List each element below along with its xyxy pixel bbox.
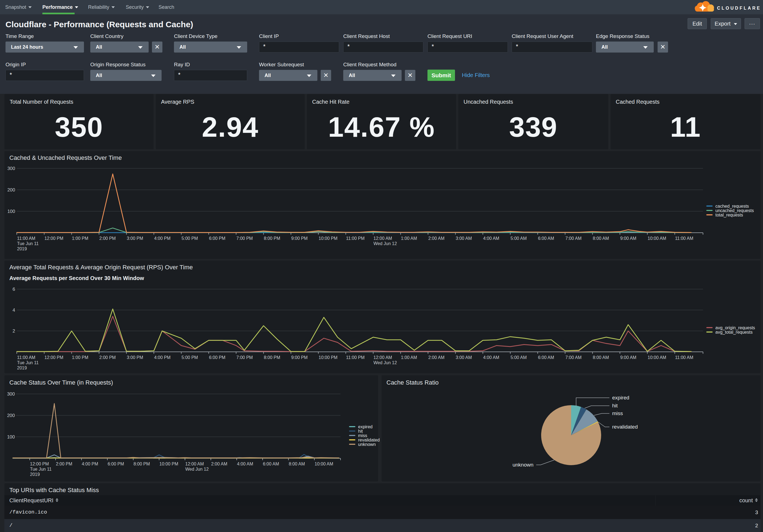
svg-text:4: 4 — [13, 308, 15, 313]
svg-text:Wed Jun 12: Wed Jun 12 — [185, 467, 209, 472]
svg-text:8:00 AM: 8:00 AM — [289, 462, 305, 466]
svg-text:8:00 PM: 8:00 PM — [264, 236, 280, 241]
svg-text:6:00 PM: 6:00 PM — [209, 236, 225, 241]
svg-text:9:00 PM: 9:00 PM — [291, 236, 308, 241]
svg-text:4:00 PM: 4:00 PM — [82, 462, 98, 466]
svg-text:11:00 PM: 11:00 PM — [346, 355, 365, 360]
svg-text:12:00 PM: 12:00 PM — [45, 355, 63, 360]
svg-text:Tue Jun 11: Tue Jun 11 — [30, 467, 52, 472]
svg-text:12:00 AM: 12:00 AM — [374, 236, 392, 241]
svg-text:2: 2 — [13, 328, 15, 334]
svg-text:5:00 PM: 5:00 PM — [182, 236, 198, 241]
svg-text:2:00 PM: 2:00 PM — [99, 355, 116, 360]
svg-text:4:00 AM: 4:00 AM — [483, 355, 499, 360]
svg-text:5:00 PM: 5:00 PM — [182, 355, 198, 360]
svg-text:2019: 2019 — [30, 472, 40, 477]
svg-text:3:00 AM: 3:00 AM — [456, 236, 472, 241]
svg-text:11:00 AM: 11:00 AM — [17, 355, 35, 360]
svg-text:expired: expired — [612, 395, 629, 400]
svg-text:11:00 PM: 11:00 PM — [346, 236, 365, 241]
svg-text:7:00 PM: 7:00 PM — [236, 355, 253, 360]
svg-text:Tue Jun 11: Tue Jun 11 — [17, 360, 39, 365]
svg-text:200: 200 — [7, 187, 15, 193]
svg-text:6:00 PM: 6:00 PM — [108, 462, 124, 466]
svg-text:2:00 AM: 2:00 AM — [428, 355, 445, 360]
svg-text:11:00 AM: 11:00 AM — [675, 355, 693, 360]
svg-text:8:00 AM: 8:00 AM — [593, 236, 609, 241]
svg-text:4:00 AM: 4:00 AM — [237, 462, 253, 466]
svg-text:10:00 PM: 10:00 PM — [319, 355, 337, 360]
svg-text:1:00 AM: 1:00 AM — [401, 355, 417, 360]
svg-text:10:00 AM: 10:00 AM — [648, 236, 666, 241]
svg-text:200: 200 — [7, 413, 15, 418]
svg-text:10:00 AM: 10:00 AM — [315, 462, 333, 466]
svg-text:12:00 AM: 12:00 AM — [185, 462, 204, 466]
svg-text:unknown: unknown — [512, 462, 533, 468]
svg-text:2:00 AM: 2:00 AM — [428, 236, 445, 241]
svg-text:10:00 PM: 10:00 PM — [160, 462, 178, 466]
svg-text:6:00 AM: 6:00 AM — [538, 355, 554, 360]
svg-text:12:00 PM: 12:00 PM — [45, 236, 63, 241]
svg-text:3:00 AM: 3:00 AM — [456, 355, 472, 360]
svg-text:300: 300 — [7, 392, 15, 397]
svg-text:8:00 PM: 8:00 PM — [134, 462, 150, 466]
svg-text:6: 6 — [13, 287, 15, 292]
svg-text:hit: hit — [612, 403, 618, 408]
svg-text:2019: 2019 — [17, 366, 27, 370]
svg-text:10:00 PM: 10:00 PM — [319, 236, 337, 241]
svg-text:2019: 2019 — [17, 246, 27, 251]
svg-text:8:00 PM: 8:00 PM — [264, 355, 280, 360]
svg-text:2:00 PM: 2:00 PM — [56, 462, 72, 466]
svg-text:Wed Jun 12: Wed Jun 12 — [374, 241, 397, 246]
svg-text:3:00 PM: 3:00 PM — [127, 355, 143, 360]
svg-text:miss: miss — [612, 410, 623, 416]
svg-text:7:00 AM: 7:00 AM — [565, 355, 582, 360]
svg-text:3:00 PM: 3:00 PM — [127, 236, 143, 241]
svg-text:7:00 AM: 7:00 AM — [565, 236, 582, 241]
svg-text:1:00 PM: 1:00 PM — [72, 355, 88, 360]
svg-text:1:00 AM: 1:00 AM — [401, 236, 417, 241]
svg-text:100: 100 — [7, 209, 15, 214]
svg-text:9:00 PM: 9:00 PM — [291, 355, 308, 360]
svg-text:1:00 PM: 1:00 PM — [72, 236, 88, 241]
svg-text:11:00 AM: 11:00 AM — [17, 236, 35, 241]
svg-text:6:00 PM: 6:00 PM — [209, 355, 225, 360]
svg-text:2:00 AM: 2:00 AM — [211, 462, 227, 466]
svg-text:5:00 AM: 5:00 AM — [510, 355, 527, 360]
svg-text:12:00 AM: 12:00 AM — [374, 355, 392, 360]
svg-text:Tue Jun 11: Tue Jun 11 — [17, 241, 39, 246]
svg-text:12:00 PM: 12:00 PM — [30, 462, 49, 466]
svg-text:2:00 PM: 2:00 PM — [99, 236, 116, 241]
svg-text:5:00 AM: 5:00 AM — [510, 236, 527, 241]
svg-text:4:00 PM: 4:00 PM — [154, 236, 171, 241]
svg-text:4:00 AM: 4:00 AM — [483, 236, 499, 241]
svg-text:7:00 PM: 7:00 PM — [236, 236, 253, 241]
svg-text:100: 100 — [7, 434, 15, 440]
svg-text:6:00 AM: 6:00 AM — [263, 462, 279, 466]
svg-text:8:00 AM: 8:00 AM — [593, 355, 609, 360]
svg-text:9:00 AM: 9:00 AM — [620, 355, 636, 360]
svg-text:300: 300 — [7, 166, 15, 171]
svg-text:4:00 PM: 4:00 PM — [154, 355, 171, 360]
svg-text:9:00 AM: 9:00 AM — [620, 236, 636, 241]
svg-text:10:00 AM: 10:00 AM — [648, 355, 666, 360]
svg-text:revalidated: revalidated — [612, 424, 638, 430]
svg-text:Wed Jun 12: Wed Jun 12 — [374, 360, 397, 365]
svg-text:11:00 AM: 11:00 AM — [675, 236, 693, 241]
svg-text:6:00 AM: 6:00 AM — [538, 236, 554, 241]
